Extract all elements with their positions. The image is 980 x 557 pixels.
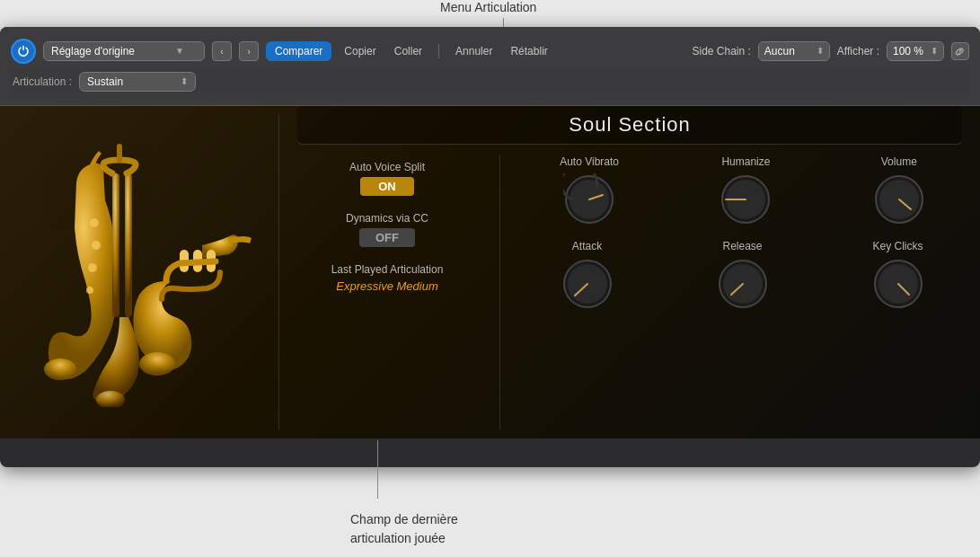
link-icon <box>955 46 966 57</box>
controls-left: Auto Voice Split ON Dynamics via CC OFF … <box>297 155 477 429</box>
preset-dropdown[interactable]: Réglage d'origine ▼ <box>43 41 205 61</box>
articulation-arrow: ⬍ <box>181 76 188 86</box>
key-clicks-label: Key Clicks <box>872 240 923 252</box>
instrument-area <box>0 106 278 438</box>
copy-button[interactable]: Copier <box>339 41 381 61</box>
controls-right: Auto Vibrato <box>523 155 962 429</box>
articulation-value: Sustain <box>87 75 123 88</box>
redo-button[interactable]: Rétablir <box>505 41 552 61</box>
dynamics-via-cc-group: Dynamics via CC OFF <box>297 212 477 247</box>
articulation-dropdown[interactable]: Sustain ⬍ <box>79 72 196 92</box>
svg-point-1 <box>90 218 99 227</box>
auto-vibrato-group: Auto Vibrato <box>560 155 619 225</box>
main-content: Soul Section Auto Voice Split ON Dynamic… <box>0 106 980 438</box>
attack-knob[interactable] <box>561 258 614 310</box>
bottom-annotation: Champ de dernière articulation jouée <box>350 510 458 548</box>
last-played-label: Last Played Articulation <box>331 263 444 276</box>
humanize-group: Humanize <box>720 155 772 225</box>
instruments-image <box>22 137 256 407</box>
auto-voice-split-label: Auto Voice Split <box>349 161 425 173</box>
svg-rect-5 <box>112 173 119 317</box>
svg-rect-6 <box>125 173 132 317</box>
knobs-row-1: Auto Vibrato <box>523 155 962 225</box>
controls-divider <box>499 155 500 429</box>
controls-area: Soul Section Auto Voice Split ON Dynamic… <box>279 106 980 438</box>
auto-vibrato-label: Auto Vibrato <box>560 155 619 168</box>
articulation-row: Articulation : Sustain ⬍ <box>11 69 969 94</box>
knobs-row-2: Attack <box>523 240 962 310</box>
dynamics-via-cc-label: Dynamics via CC <box>346 212 428 225</box>
articulation-label: Articulation : <box>13 75 72 88</box>
soul-section-title: Soul Section <box>297 106 962 145</box>
preset-value: Réglage d'origine <box>51 45 135 57</box>
svg-point-0 <box>44 358 76 380</box>
attack-label: Attack <box>572 240 602 252</box>
dynamics-via-cc-button[interactable]: OFF <box>359 228 415 247</box>
humanize-knob[interactable] <box>720 173 772 225</box>
volume-group: Volume <box>873 155 925 225</box>
bottom-annotation-line2: articulation jouée <box>350 529 458 548</box>
nav-prev-button[interactable]: ‹ <box>212 41 232 61</box>
bottom-annotation-line1: Champ de dernière <box>350 510 458 529</box>
svg-point-3 <box>88 263 97 272</box>
menu-articulation-label: Menu Articulation <box>440 0 536 14</box>
undo-button[interactable]: Annuler <box>450 41 498 61</box>
side-chain-value: Aucun <box>764 45 795 57</box>
release-knob[interactable] <box>717 258 769 310</box>
controls-middle: Auto Voice Split ON Dynamics via CC OFF … <box>297 155 962 429</box>
side-chain-dropdown[interactable]: Aucun ⬍ <box>758 41 830 61</box>
compare-button[interactable]: Comparer <box>266 41 331 61</box>
key-clicks-group: Key Clicks <box>872 240 924 310</box>
display-label: Afficher : <box>837 45 879 57</box>
bottom-callout-line <box>377 440 378 499</box>
preset-dropdown-arrow: ▼ <box>175 46 184 56</box>
plugin-window: Réglage d'origine ▼ ‹ › Comparer Copier … <box>0 27 980 467</box>
release-label: Release <box>722 240 762 252</box>
power-button[interactable] <box>11 39 36 64</box>
page-background: Menu Articulation Réglage d'origine ▼ <box>0 0 980 557</box>
side-chain-arrow: ⬍ <box>817 46 824 56</box>
zoom-control[interactable]: 100 % ⬍ <box>887 41 944 61</box>
link-button[interactable] <box>951 42 969 60</box>
key-clicks-knob[interactable] <box>872 258 924 310</box>
volume-knob[interactable] <box>873 173 925 225</box>
nav-next-button[interactable]: › <box>239 41 259 61</box>
toolbar: Réglage d'origine ▼ ‹ › Comparer Copier … <box>0 27 980 106</box>
attack-group: Attack <box>561 240 614 310</box>
volume-label: Volume <box>881 155 917 168</box>
right-controls: Side Chain : Aucun ⬍ Afficher : 100 % ⬍ <box>692 41 969 61</box>
svg-point-11 <box>139 352 175 376</box>
release-group: Release <box>717 240 769 310</box>
zoom-value: 100 % <box>893 45 923 57</box>
toolbar-separator <box>438 44 439 58</box>
humanize-label: Humanize <box>721 155 770 168</box>
side-chain-label: Side Chain : <box>692 45 750 57</box>
auto-voice-split-button[interactable]: ON <box>360 177 414 196</box>
power-icon <box>17 45 30 57</box>
paste-button[interactable]: Coller <box>389 41 428 61</box>
last-played-group: Last Played Articulation Expressive Medi… <box>297 263 477 293</box>
last-played-value: Expressive Medium <box>336 279 437 293</box>
svg-point-4 <box>86 287 93 294</box>
auto-voice-split-group: Auto Voice Split ON <box>297 161 477 196</box>
svg-point-2 <box>92 241 101 250</box>
auto-vibrato-knob[interactable] <box>563 173 615 225</box>
toolbar-row1: Réglage d'origine ▼ ‹ › Comparer Copier … <box>11 39 969 64</box>
